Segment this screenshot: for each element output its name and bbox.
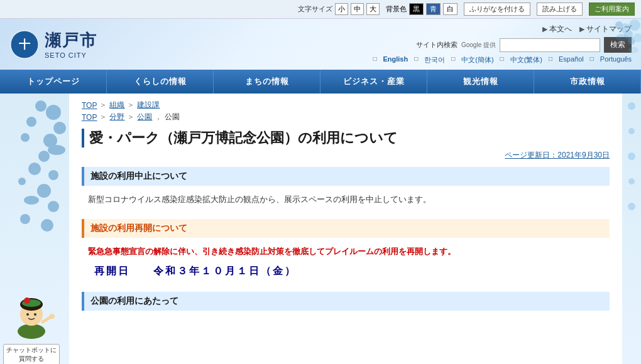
right-decoration [622, 94, 641, 364]
google-label: Google 提供 [461, 41, 496, 50]
breadcrumb-row-2: TOP ＞ 分野 ＞ 公園 ， 公園 [82, 112, 610, 122]
font-size-controls: 文字サイズ 小 中 大 [298, 3, 380, 15]
bc-top-2[interactable]: TOP [82, 113, 97, 122]
read-aloud-btn[interactable]: 読み上げる [537, 3, 583, 16]
font-medium-btn[interactable]: 中 [351, 3, 364, 15]
svg-point-12 [53, 122, 66, 134]
header-nav-links: ▶ 本文へ ▶ サイトマップ [542, 24, 632, 35]
bc-koen-1[interactable]: 公園 [137, 112, 152, 122]
bg-black-btn[interactable]: 黒 [409, 3, 424, 15]
svg-point-17 [48, 145, 65, 155]
lang-box-icon: □ [373, 55, 376, 65]
bc-top-1[interactable]: TOP [82, 101, 97, 110]
page-title-area: 愛・パーク（瀬戸万博記念公園）の利用について [82, 129, 610, 147]
nav-link-sitemap: ▶ サイトマップ [579, 24, 632, 35]
search-row: サイト内検索 Google 提供 検索 [416, 37, 632, 53]
svg-point-10 [46, 105, 61, 120]
top-bar: 文字サイズ 小 中 大 背景色 黒 青 白 ふりがなを付ける 読み上げる ご利用… [0, 0, 641, 19]
lang-box-icon-5: □ [549, 55, 552, 65]
guide-btn[interactable]: ご利用案内 [589, 3, 635, 16]
nav-machi[interactable]: まちの情報 [214, 70, 320, 94]
svg-text:十: 十 [19, 38, 31, 51]
bc-sep-1: ＞ [99, 100, 107, 110]
font-size-label: 文字サイズ [298, 4, 332, 14]
chatbot-avatar-icon [8, 291, 55, 341]
svg-point-11 [35, 100, 47, 112]
logo-area: 十 瀬戸市 SETO CITY [9, 29, 97, 60]
bg-blue-btn[interactable]: 青 [426, 3, 441, 15]
bc-sep-4: ＞ [127, 112, 134, 122]
search-button[interactable]: 検索 [604, 37, 632, 53]
header-right: ▶ 本文へ ▶ サイトマップ サイト内検索 Google 提供 検索 □ Eng… [373, 24, 632, 65]
bc-koen-2: 公園 [165, 112, 180, 122]
bg-white-btn[interactable]: 白 [443, 3, 457, 15]
svg-point-18 [28, 163, 41, 175]
nav-business[interactable]: ビジネス・産業 [320, 70, 427, 94]
lang-korean[interactable]: 한국어 [424, 55, 445, 65]
logo-en: SETO CITY [45, 51, 97, 59]
arrow-icon: ▶ [542, 25, 547, 33]
furigana-btn[interactable]: ふりがなを付ける [464, 3, 530, 16]
page-title: 愛・パーク（瀬戸万博記念公園）の利用について [89, 129, 610, 147]
arrow-icon-2: ▶ [579, 25, 584, 33]
font-large-btn[interactable]: 大 [366, 3, 380, 15]
search-input[interactable] [500, 38, 600, 52]
header: 十 瀬戸市 SETO CITY ▶ 本文へ ▶ サイトマップ サイト内検索 Go… [0, 19, 641, 70]
reopen-date: 再開日 令和３年１０月１日（金） [82, 261, 610, 282]
svg-point-39 [628, 203, 635, 210]
section-stop: 施設の利用中止について 新型コロナウイルス感染症感染拡大防止の観点から、展示スペ… [82, 167, 610, 209]
svg-point-24 [20, 214, 30, 224]
section-park-use-header: 公園の利用にあたって [82, 292, 610, 311]
section-stop-content: 新型コロナウイルス感染症感染拡大防止の観点から、展示スペースの利用を中止していま… [82, 191, 610, 209]
bc-bunya[interactable]: 分野 [109, 112, 124, 122]
main-content: TOP ＞ 組織 ＞ 建設課 TOP ＞ 分野 ＞ 公園 ， 公園 愛・パーク（… [69, 94, 622, 364]
bc-sep-3: ＞ [99, 112, 107, 122]
right-deco-pattern [622, 94, 641, 364]
section-park-use: 公園の利用にあたって [82, 292, 610, 311]
left-decoration: チャットボットに 質問する [0, 94, 69, 364]
bg-color-controls: 背景色 黒 青 白 [386, 3, 457, 15]
svg-point-22 [24, 196, 39, 205]
nav-kurashi[interactable]: くらしの情報 [107, 70, 214, 94]
svg-point-26 [18, 324, 45, 339]
lang-chinese-traditional[interactable]: 中文(繁体) [510, 55, 542, 65]
lang-box-icon-2: □ [414, 55, 418, 65]
svg-point-7 [633, 33, 641, 42]
nav-top-page[interactable]: トップページ [0, 70, 107, 94]
svg-point-20 [18, 178, 26, 185]
svg-point-38 [628, 178, 635, 185]
lang-english[interactable]: English [383, 55, 408, 65]
content-wrapper: チャットボットに 質問する TOP ＞ 組織 ＞ 建設課 TOP ＞ 分野 ＞ … [0, 94, 641, 364]
bc-sep-2: ＞ [127, 100, 134, 110]
page-date: ページ更新日：2021年9月30日 [82, 150, 610, 161]
breadcrumb-area: TOP ＞ 組織 ＞ 建設課 TOP ＞ 分野 ＞ 公園 ， 公園 [82, 100, 610, 122]
section-reopen: 施設の利用再開について 緊急急事態宣言の解除に伴い、引き続き感染防止対策を徹底し… [82, 219, 610, 282]
nav-shisei[interactable]: 市政情報 [534, 70, 641, 94]
svg-point-25 [41, 219, 53, 232]
svg-point-34 [50, 314, 55, 319]
chatbot-button[interactable]: チャットボットに 質問する [3, 291, 60, 364]
svg-line-33 [43, 317, 51, 322]
section-stop-header: 施設の利用中止について [82, 167, 610, 186]
bc-organization[interactable]: 組織 [109, 100, 124, 110]
svg-point-37 [628, 153, 635, 160]
lang-spanish[interactable]: Español [559, 55, 584, 65]
svg-point-23 [48, 201, 59, 212]
svg-point-15 [21, 133, 30, 142]
nav-link-honbun: ▶ 本文へ [542, 24, 572, 35]
sitemap-link[interactable]: サイトマップ [586, 24, 632, 35]
honbun-link[interactable]: 本文へ [549, 24, 572, 35]
logo-icon: 十 [9, 29, 40, 60]
svg-point-36 [628, 128, 635, 134]
svg-point-30 [24, 297, 30, 304]
lang-portuguese[interactable]: Português [600, 55, 632, 65]
svg-point-35 [628, 102, 635, 110]
font-small-btn[interactable]: 小 [335, 3, 348, 15]
chatbot-label-line2: 質問する [19, 355, 44, 362]
logo-text-area: 瀬戸市 SETO CITY [45, 29, 97, 59]
lang-chinese-simplified[interactable]: 中文(簡体) [461, 55, 493, 65]
logo-jp: 瀬戸市 [45, 29, 97, 51]
bc-kensetsu[interactable]: 建設課 [137, 100, 160, 110]
chatbot-label-line1: チャットボットに [6, 346, 57, 353]
nav-kanko[interactable]: 観光情報 [427, 70, 534, 94]
